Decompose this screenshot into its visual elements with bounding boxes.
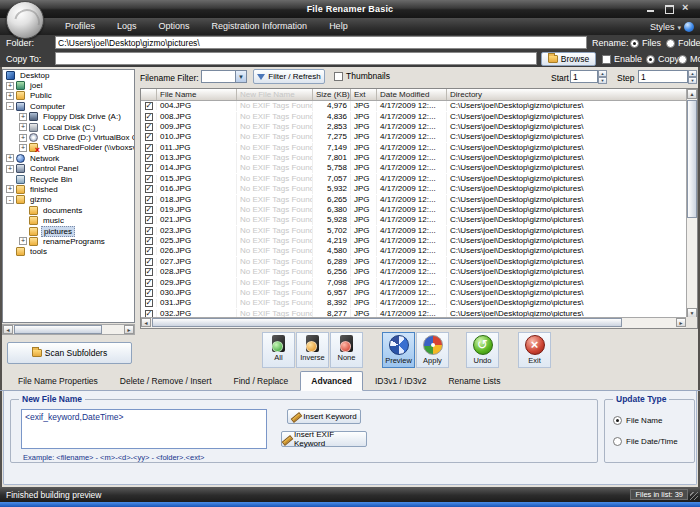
tree-hscrollbar[interactable]: ◄ ► — [2, 324, 135, 335]
expand-icon[interactable]: + — [19, 123, 27, 131]
table-row[interactable]: 030.JPGNo EXIF Tags Found6,957JPG4/17/20… — [141, 288, 686, 298]
update-file-name-radio[interactable]: File Name — [613, 416, 662, 425]
preview-button[interactable]: Preview — [382, 332, 415, 368]
tree-item-network[interactable]: +Network — [3, 153, 134, 163]
checked-checkbox-icon[interactable] — [145, 144, 153, 152]
maximize-icon[interactable] — [664, 4, 674, 13]
tab-file-name-properties[interactable]: File Name Properties — [8, 372, 108, 390]
menu-item-options[interactable]: Options — [148, 18, 201, 35]
tree-item-renameprograms[interactable]: +renamePrograms — [3, 236, 134, 246]
tree-item-gizmo[interactable]: -gizmo — [3, 195, 134, 205]
checked-checkbox-icon[interactable] — [145, 175, 153, 183]
expand-icon[interactable]: + — [6, 165, 14, 173]
checked-checkbox-icon[interactable] — [145, 258, 153, 266]
expand-icon[interactable]: + — [19, 237, 27, 245]
checked-checkbox-icon[interactable] — [145, 310, 153, 317]
expand-icon[interactable]: + — [19, 144, 27, 152]
table-row[interactable]: 010.JPGNo EXIF Tags Found7,275JPG4/17/20… — [141, 132, 686, 142]
enable-checkbox[interactable]: Enable — [602, 54, 642, 64]
tree-item-cd-drive-d-virtualbox-guest[interactable]: +CD Drive (D:) VirtualBox Guest — [3, 132, 134, 142]
copy-radio[interactable]: Copy — [646, 54, 679, 64]
spin-up-icon[interactable]: ▲ — [598, 70, 607, 77]
scroll-thumb[interactable] — [14, 325, 102, 334]
table-row[interactable]: 031.JPGNo EXIF Tags Found8,392JPG4/17/20… — [141, 298, 686, 308]
table-hscrollbar[interactable]: ◄ ► — [141, 317, 686, 328]
scroll-right-icon[interactable]: ► — [676, 318, 686, 327]
rename-folders-radio[interactable]: Folders — [666, 38, 700, 48]
table-row[interactable]: 014.JPGNo EXIF Tags Found5,758JPG4/17/20… — [141, 163, 686, 173]
table-row[interactable]: 023.JPGNo EXIF Tags Found5,702JPG4/17/20… — [141, 226, 686, 236]
table-row[interactable]: 004.JPGNo EXIF Tags Found4,976JPG4/17/20… — [141, 101, 686, 111]
table-row[interactable]: 015.JPGNo EXIF Tags Found7,057JPG4/17/20… — [141, 174, 686, 184]
scroll-right-icon[interactable]: ► — [124, 325, 134, 334]
tree-item-public[interactable]: +Public — [3, 91, 134, 101]
menu-item-profiles[interactable]: Profiles — [54, 18, 106, 35]
update-file-datetime-radio[interactable]: File Date/Time — [613, 437, 678, 446]
tree-item-documents[interactable]: documents — [3, 205, 134, 215]
menu-item-logs[interactable]: Logs — [106, 18, 148, 35]
expand-icon[interactable]: + — [6, 92, 14, 100]
column-header-ext[interactable]: Ext — [351, 89, 377, 100]
step-spinner[interactable]: ▲▼ — [688, 70, 697, 83]
table-row[interactable]: 032.JPGNo EXIF Tags Found8,277JPG4/17/20… — [141, 309, 686, 318]
insert-exif-keyword-button[interactable]: Insert EXIF Keyword — [281, 431, 367, 447]
table-vscrollbar[interactable]: ▲ ▼ — [686, 89, 697, 318]
exit-button[interactable]: Exit — [518, 332, 551, 368]
checked-checkbox-icon[interactable] — [145, 133, 153, 141]
spin-down-icon[interactable]: ▼ — [688, 77, 697, 84]
tree-item-recycle-bin[interactable]: Recycle Bin — [3, 174, 134, 184]
expand-icon[interactable]: + — [6, 154, 14, 162]
scroll-up-icon[interactable]: ▲ — [687, 89, 697, 99]
resize-grip-icon[interactable] — [690, 492, 698, 500]
table-row[interactable]: 026.JPGNo EXIF Tags Found4,580JPG4/17/20… — [141, 246, 686, 256]
checked-checkbox-icon[interactable] — [145, 154, 153, 162]
expand-icon[interactable]: + — [6, 82, 14, 90]
menu-item-registration-information[interactable]: Registration Information — [201, 18, 319, 35]
checked-checkbox-icon[interactable] — [145, 268, 153, 276]
checked-checkbox-icon[interactable] — [145, 123, 153, 131]
table-row[interactable]: 013.JPGNo EXIF Tags Found7,801JPG4/17/20… — [141, 153, 686, 163]
spin-down-icon[interactable]: ▼ — [598, 77, 607, 84]
table-row[interactable]: 027.JPGNo EXIF Tags Found6,289JPG4/17/20… — [141, 257, 686, 267]
scan-subfolders-button[interactable]: Scan Subfolders — [7, 342, 132, 364]
minimize-icon[interactable] — [646, 4, 656, 13]
scroll-thumb[interactable] — [152, 318, 622, 327]
folder-input[interactable] — [55, 36, 587, 49]
table-row[interactable]: 009.JPGNo EXIF Tags Found2,853JPG4/17/20… — [141, 122, 686, 132]
new-name-pattern-input[interactable]: <exif_keyword,DateTime> — [21, 409, 267, 449]
dropdown-arrow-icon[interactable]: ▼ — [235, 71, 246, 82]
table-row[interactable]: 021.JPGNo EXIF Tags Found5,928JPG4/17/20… — [141, 215, 686, 225]
tab-id3v1-id3v2[interactable]: ID3v1 / ID3v2 — [365, 372, 437, 390]
table-row[interactable]: 016.JPGNo EXIF Tags Found5,932JPG4/17/20… — [141, 184, 686, 194]
apply-button[interactable]: Apply — [416, 332, 449, 368]
checked-checkbox-icon[interactable] — [145, 247, 153, 255]
tree-item-desktop[interactable]: Desktop — [3, 70, 134, 80]
tab-rename-lists[interactable]: Rename Lists — [438, 372, 510, 390]
column-header-directory[interactable]: Directory — [447, 89, 697, 100]
close-icon[interactable] — [682, 4, 692, 13]
checked-checkbox-icon[interactable] — [145, 113, 153, 121]
filename-filter-combo[interactable]: ▼ — [201, 70, 247, 83]
insert-keyword-button[interactable]: Insert Keyword — [287, 409, 361, 424]
collapse-icon[interactable]: - — [6, 102, 14, 110]
tree-item-tools[interactable]: tools — [3, 247, 134, 257]
checked-checkbox-icon[interactable] — [145, 299, 153, 307]
none-button[interactable]: None — [330, 332, 363, 368]
copyto-input[interactable] — [55, 52, 537, 65]
table-row[interactable]: 008.JPGNo EXIF Tags Found4,836JPG4/17/20… — [141, 111, 686, 121]
undo-button[interactable]: Undo — [466, 332, 499, 368]
table-row[interactable]: 025.JPGNo EXIF Tags Found4,219JPG4/17/20… — [141, 236, 686, 246]
start-input[interactable] — [570, 70, 598, 83]
checked-checkbox-icon[interactable] — [145, 196, 153, 204]
expand-icon[interactable]: + — [19, 134, 27, 142]
table-row[interactable]: 019.JPGNo EXIF Tags Found6,380JPG4/17/20… — [141, 205, 686, 215]
checked-checkbox-icon[interactable] — [145, 102, 153, 110]
tab-delete-remove-insert[interactable]: Delete / Remove / Insert — [110, 372, 222, 390]
tree-item-computer[interactable]: -Computer — [3, 101, 134, 111]
checked-checkbox-icon[interactable] — [145, 216, 153, 224]
tree-item-music[interactable]: music — [3, 215, 134, 225]
table-row[interactable]: 028.JPGNo EXIF Tags Found6,256JPG4/17/20… — [141, 267, 686, 277]
collapse-icon[interactable]: - — [6, 196, 14, 204]
checked-checkbox-icon[interactable] — [145, 279, 153, 287]
checked-checkbox-icon[interactable] — [145, 206, 153, 214]
